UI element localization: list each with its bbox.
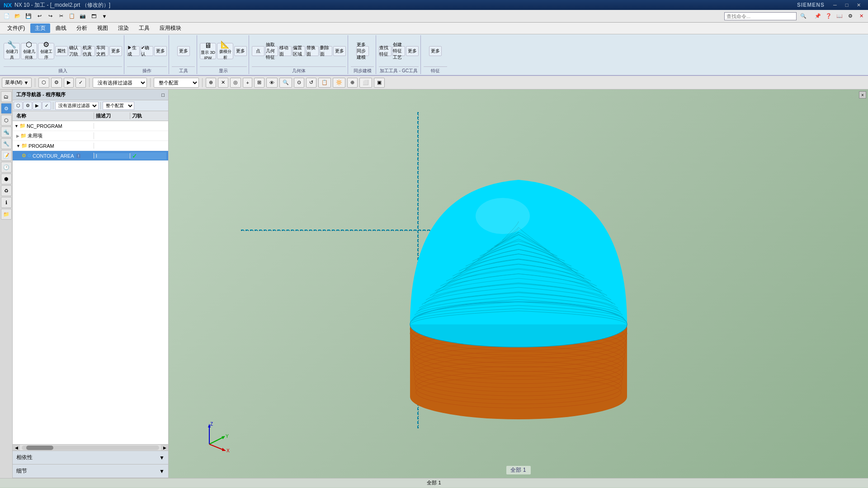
minimize-button[interactable]: ─ <box>829 1 841 9</box>
find-feature-button[interactable]: 查找特征 <box>379 46 392 56</box>
sidebar-geo-icon[interactable]: ⬡ <box>1 115 12 126</box>
tb-icon-2[interactable]: ⚙ <box>51 78 62 88</box>
show-3dipw-button[interactable]: 🖥显示 3D IPW <box>200 43 216 59</box>
tb-wire-btn[interactable]: ▣ <box>374 78 385 88</box>
search-button[interactable]: 🔍 <box>798 11 808 21</box>
more-sync-button[interactable]: 更多同步建模 <box>356 46 369 56</box>
tb-spin-btn[interactable]: ↺ <box>306 78 316 88</box>
viewport[interactable]: Z Y X 全部 1 × <box>169 89 868 478</box>
help-pin-button[interactable]: 📌 <box>813 11 823 21</box>
move-face-button[interactable]: 移动面 <box>279 46 292 56</box>
tree-row-program[interactable]: ▼ 📁 PROGRAM <box>13 141 168 151</box>
create-tool-button[interactable]: 🔧创建刀具 <box>4 43 20 59</box>
point-button[interactable]: 点 <box>252 46 264 56</box>
tb-snap-1[interactable]: ⊕ <box>206 78 216 88</box>
extract-geo-button[interactable]: 抽取几何特征 <box>265 46 278 56</box>
nav-collapse-btn[interactable]: □ <box>161 92 165 98</box>
nav-scrollbar[interactable]: ◀ ▶ <box>13 444 168 450</box>
tb-icon-1[interactable]: ⬡ <box>38 78 49 88</box>
delete-face-button[interactable]: 删除面 <box>320 46 332 56</box>
region-button[interactable]: 偏置区域 <box>292 46 305 56</box>
menu-render[interactable]: 渲染 <box>113 23 133 33</box>
menu-btn[interactable]: 菜单(M) ▼ <box>2 78 32 88</box>
nav-filter-dropdown[interactable]: 没有选择过滤器 <box>55 102 99 110</box>
viewport-corner-btn[interactable]: × <box>859 91 866 99</box>
menu-tools[interactable]: 工具 <box>134 23 154 33</box>
more-ops-button[interactable]: 更多 <box>154 46 167 56</box>
nav-tb-check[interactable]: ✓ <box>42 102 51 110</box>
menu-file[interactable]: 文件(F) <box>3 23 29 33</box>
sidebar-tool-icon[interactable]: 🔧 <box>1 138 12 149</box>
scroll-thumb[interactable] <box>26 446 53 450</box>
dependencies-panel[interactable]: 相依性 ▼ <box>13 451 168 465</box>
scroll-right-arrow[interactable]: ▶ <box>161 445 168 451</box>
sidebar-hist-icon[interactable]: 🕑 <box>1 162 12 173</box>
nav-layout-dropdown[interactable]: 整个配置 <box>103 102 134 110</box>
close-win-button[interactable]: ✕ <box>856 11 866 21</box>
properties-button[interactable]: 属性 <box>55 46 68 56</box>
redo-button[interactable]: ↪ <box>45 11 55 21</box>
tb-snap-4[interactable]: + <box>243 78 252 88</box>
sidebar-machine-icon[interactable]: 🔩 <box>1 127 12 137</box>
tb-icon-4[interactable]: ✓ <box>75 78 86 88</box>
create-feature-button[interactable]: 创建特征工艺 <box>392 46 405 56</box>
draft-analysis-button[interactable]: 📐拨模分析 <box>217 43 233 59</box>
tb-eye-btn[interactable]: 👁 <box>266 78 278 88</box>
sidebar-op-icon[interactable]: ⚙ <box>1 103 12 114</box>
tb-snap-2[interactable]: ✕ <box>218 78 228 88</box>
sidebar-reuse-icon[interactable]: ♻ <box>1 185 12 196</box>
tb-snap-3[interactable]: ◎ <box>230 78 241 88</box>
help-button[interactable]: ❓ <box>824 11 834 21</box>
nav-tb-run[interactable]: ▶ <box>33 102 42 110</box>
nav-tb-new[interactable]: ⬡ <box>14 102 23 110</box>
menu-modules[interactable]: 应用模块 <box>155 23 186 33</box>
close-button[interactable]: ✕ <box>853 1 864 9</box>
open-button[interactable]: 📂 <box>13 11 23 21</box>
sidebar-nav-icon[interactable]: 🗂 <box>1 91 12 102</box>
tb-shade-btn[interactable]: 🔆 <box>333 78 345 88</box>
new-button[interactable]: 📄 <box>2 11 12 21</box>
layout-dropdown[interactable]: 整个配置 <box>154 78 199 88</box>
tb-solid-btn[interactable]: ⬜ <box>359 78 372 88</box>
more-btn[interactable]: ▼ <box>99 11 109 21</box>
verify2-button[interactable]: ✔确认 <box>141 46 153 56</box>
cut-button[interactable]: ✂ <box>56 11 66 21</box>
more-gc-button[interactable]: 更多 <box>406 46 419 56</box>
create-operation-button[interactable]: ⚙创建工序 <box>38 43 54 59</box>
tree-row-unused[interactable]: ▶ 📁 未用项 <box>13 131 168 141</box>
tb-grid-btn[interactable]: ⊞ <box>254 78 264 88</box>
details-panel[interactable]: 细节 ▼ <box>13 465 168 478</box>
nav-tb-op[interactable]: ⚙ <box>23 102 32 110</box>
sidebar-info-icon[interactable]: ℹ <box>1 197 12 208</box>
tree-row-contour-area[interactable]: ⚙ ⚙ CONTOUR_AREA ! I ✓ <box>13 151 168 161</box>
tutorial-button[interactable]: 📖 <box>835 11 844 21</box>
window-btn[interactable]: 🗔 <box>89 11 99 21</box>
filter-dropdown[interactable]: 没有选择过滤器 <box>93 78 147 88</box>
search-input[interactable] <box>724 12 797 20</box>
menu-curve[interactable]: 曲线 <box>51 23 71 33</box>
tb-icon-3[interactable]: ▶ <box>64 78 74 88</box>
more-insert-button[interactable]: 更多 <box>109 46 122 56</box>
tb-layer-btn[interactable]: 📋 <box>318 78 331 88</box>
nav-tree[interactable]: ▼ 📁 NC_PROGRAM ▶ 📁 未用项 ▼ <box>13 121 168 444</box>
more-geo-button[interactable]: 更多 <box>333 46 346 56</box>
maximize-button[interactable]: □ <box>841 1 853 9</box>
tb-more-btn[interactable]: ⊕ <box>347 78 358 88</box>
more-tools-button[interactable]: 更多 <box>177 46 190 56</box>
doc-button[interactable]: 车间文档 <box>96 46 108 56</box>
tree-row-nc-program[interactable]: ▼ 📁 NC_PROGRAM <box>13 121 168 131</box>
save-button[interactable]: 💾 <box>24 11 33 21</box>
settings-button[interactable]: ⚙ <box>845 11 855 21</box>
tb-filter-btn[interactable]: 🔍 <box>279 78 292 88</box>
generate-button[interactable]: ▶生成 <box>127 46 140 56</box>
tb-snap-circle[interactable]: ⊙ <box>294 78 304 88</box>
menu-home[interactable]: 主页 <box>30 23 50 33</box>
capture-button[interactable]: 📷 <box>78 11 88 21</box>
copy-button[interactable]: 📋 <box>67 11 77 21</box>
create-geometry-button[interactable]: ⬡创建几何体 <box>21 43 37 59</box>
sidebar-feature-icon[interactable]: ⬢ <box>1 174 12 184</box>
menu-analysis[interactable]: 分析 <box>72 23 92 33</box>
scroll-left-arrow[interactable]: ◀ <box>13 445 20 451</box>
scroll-track[interactable] <box>22 446 159 450</box>
more-feature-button[interactable]: 更多 <box>429 46 442 56</box>
